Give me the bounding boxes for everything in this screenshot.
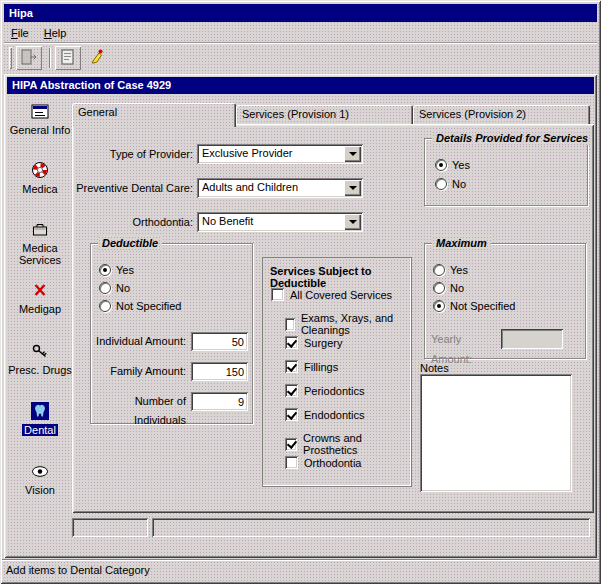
maximum-yes-radio[interactable]: Yes (433, 264, 468, 276)
tab-label: Services (Provision 2) (419, 108, 526, 120)
combo-value: Exclusive Provider (197, 144, 363, 164)
checkbox-icon[interactable] (285, 360, 298, 373)
deductible-yes-radio[interactable]: Yes (99, 264, 134, 276)
radio-label: Yes (116, 264, 134, 276)
combo-dropdown-button[interactable] (344, 180, 361, 196)
document-button[interactable] (55, 46, 81, 70)
radio-icon[interactable] (433, 300, 445, 312)
sidebar-item-label: General Info (10, 124, 71, 136)
deductible-title: Deductible (98, 236, 162, 250)
chevron-down-icon (349, 152, 357, 160)
check-exams-xrays-cleanings[interactable]: Exams, Xrays, and Cleanings (285, 312, 411, 336)
number-of-individuals-input[interactable] (191, 392, 248, 411)
menu-help[interactable]: Help (37, 25, 75, 41)
tab-services-provision-1[interactable]: Services (Provision 1) (236, 105, 413, 124)
life-preserver-icon (30, 160, 50, 180)
services-subject-panel: Services Subject to Deductible All Cover… (262, 257, 412, 487)
individual-amount-label: Individual Amount: (91, 332, 186, 351)
tab-services-provision-2[interactable]: Services (Provision 2) (413, 105, 590, 124)
sidebar-item-presc-drugs[interactable]: Presc. Drugs (7, 341, 73, 376)
checkbox-icon[interactable] (285, 408, 298, 421)
check-surgery[interactable]: Surgery (285, 336, 343, 349)
checkbox-icon[interactable] (285, 336, 298, 349)
sidebar-item-medica[interactable]: Medica (7, 160, 73, 195)
sidebar-item-vision[interactable]: Vision (7, 461, 73, 496)
edit-button[interactable] (84, 46, 110, 70)
briefcase-icon (30, 219, 50, 239)
orthodontia-label: Orthodontia: (72, 212, 193, 232)
toolbar-grip[interactable] (9, 47, 12, 69)
category-sidebar: General Info Medica Medica Services Medi… (7, 96, 73, 534)
checkbox-label: Periodontics (304, 385, 365, 397)
checkbox-label: Endodontics (304, 409, 365, 421)
tab-general[interactable]: General (72, 103, 236, 127)
sidebar-item-medica-services[interactable]: Medica Services (7, 219, 73, 266)
general-tab-panel: Type of Provider: Exclusive Provider Pre… (72, 124, 594, 513)
toolbar-separator (49, 48, 51, 68)
deductible-not-specified-radio[interactable]: Not Specified (99, 300, 181, 312)
details-no-radio[interactable]: No (435, 178, 466, 190)
orthodontia-combo[interactable]: No Benefit (197, 212, 363, 232)
maximum-not-specified-radio[interactable]: Not Specified (433, 300, 515, 312)
checkbox-icon[interactable] (285, 456, 298, 469)
check-endodontics[interactable]: Endodontics (285, 408, 365, 421)
services-subject-title: Services Subject to Deductible (270, 265, 411, 289)
combo-value: No Benefit (197, 212, 363, 232)
status-text: Add items to Dental Category (6, 564, 150, 576)
key-icon (30, 341, 50, 361)
combo-dropdown-button[interactable] (344, 146, 361, 162)
number-of-individuals-label: Number of Individuals (91, 392, 186, 430)
writing-hand-icon (89, 49, 105, 67)
maximum-no-radio[interactable]: No (433, 282, 464, 294)
radio-icon[interactable] (435, 178, 447, 190)
radio-label: Not Specified (450, 300, 515, 312)
yearly-amount-input (501, 329, 563, 349)
checkbox-label: Orthodontia (304, 457, 361, 469)
radio-label: No (452, 178, 466, 190)
notes-textarea[interactable] (420, 374, 572, 492)
combo-dropdown-button[interactable] (344, 214, 361, 230)
document-icon (60, 49, 76, 67)
radio-icon[interactable] (435, 159, 447, 171)
toolbar (4, 42, 597, 72)
checkbox-icon[interactable] (285, 438, 297, 451)
preventive-dental-care-combo[interactable]: Adults and Children (197, 178, 363, 198)
preventive-dental-care-label: Preventive Dental Care: (72, 178, 193, 198)
statusbar-cell-right (152, 518, 590, 537)
red-x-icon (30, 280, 50, 300)
menu-file[interactable]: File (4, 25, 37, 41)
family-amount-input[interactable] (191, 362, 248, 381)
radio-icon[interactable] (433, 264, 445, 276)
check-periodontics[interactable]: Periodontics (285, 384, 365, 397)
individual-amount-input[interactable] (191, 332, 248, 351)
type-of-provider-combo[interactable]: Exclusive Provider (197, 144, 363, 164)
radio-icon[interactable] (99, 300, 111, 312)
check-orthodontia[interactable]: Orthodontia (285, 456, 361, 469)
radio-icon[interactable] (433, 282, 445, 294)
check-crowns-prosthetics[interactable]: Crowns and Prosthetics (285, 432, 411, 456)
check-all-covered-services[interactable]: All Covered Services (271, 288, 392, 301)
radio-label: No (116, 282, 130, 294)
checkbox-icon[interactable] (285, 318, 295, 331)
checkbox-label: Crowns and Prosthetics (303, 432, 411, 456)
checkbox-label: Exams, Xrays, and Cleanings (301, 312, 411, 336)
sidebar-item-medigap[interactable]: Medigap (7, 280, 73, 315)
case-window: HIPA Abstraction of Case 4929 General In… (4, 74, 597, 558)
checkbox-icon[interactable] (285, 384, 298, 397)
details-yes-radio[interactable]: Yes (435, 159, 470, 171)
sidebar-item-dental[interactable]: Dental (7, 401, 73, 436)
checkbox-label: Surgery (304, 337, 343, 349)
radio-icon[interactable] (99, 282, 111, 294)
exit-door-icon (20, 49, 38, 67)
checkbox-icon[interactable] (271, 288, 284, 301)
radio-icon[interactable] (99, 264, 111, 276)
maximum-title: Maximum (432, 236, 491, 250)
deductible-no-radio[interactable]: No (99, 282, 130, 294)
check-fillings[interactable]: Fillings (285, 360, 338, 373)
exit-button[interactable] (16, 46, 42, 70)
sidebar-item-general-info[interactable]: General Info (7, 101, 73, 136)
window-title: Hipa (9, 7, 33, 19)
deductible-groupbox: Deductible Yes No Not Specified Individu… (90, 243, 253, 424)
sidebar-item-label: Medigap (19, 303, 61, 315)
details-provided-groupbox: Details Provided for Services Yes No (424, 138, 588, 206)
